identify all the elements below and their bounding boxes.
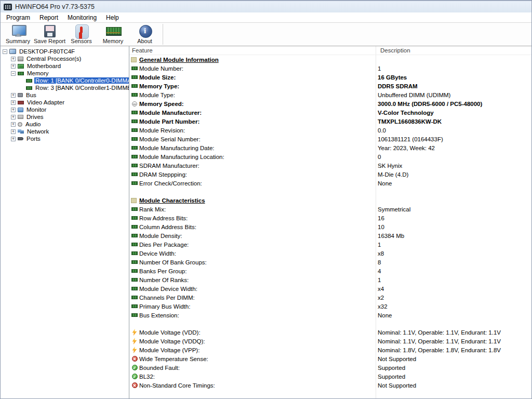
expand-toggle-icon[interactable]: + (11, 137, 16, 141)
summary-monitor-icon (11, 24, 25, 38)
detail-row[interactable]: Module Type:Unbuffered DIMM (UDIMM) (129, 90, 531, 99)
tree-item-motherboard[interactable]: +Motherboard (1, 62, 129, 70)
expand-toggle-icon[interactable]: + (11, 100, 16, 105)
expand-toggle-icon[interactable]: + (11, 93, 16, 98)
save-report-button[interactable]: Save Report (34, 23, 65, 46)
detail-row[interactable]: Module Size:16 GBytes (129, 73, 531, 82)
menu-item-help[interactable]: Help (101, 13, 124, 22)
tree-item-network[interactable]: +Network (1, 128, 129, 135)
ram-icon (131, 137, 138, 141)
detail-row[interactable]: Module Number:1 (129, 64, 531, 73)
tree-item-row-3-bank-0-controller1-dimmb2[interactable]: Row: 3 [BANK 0/Controller1-DIMMB2] (1, 84, 129, 91)
expand-toggle-icon[interactable]: + (11, 64, 16, 69)
memory-button[interactable]: Memory (97, 23, 129, 46)
sensors-button[interactable]: Sensors (65, 23, 97, 46)
detail-row[interactable]: Module Voltage (VDDQ):Nominal: 1.1V, Ope… (129, 337, 531, 345)
detail-row[interactable]: Module Device Width:x4 (129, 284, 531, 293)
tree-item-drives[interactable]: +Drives (1, 113, 129, 121)
expand-toggle-icon[interactable]: + (11, 129, 16, 134)
details-panel: Feature Description General Module Infor… (129, 46, 531, 398)
detail-row[interactable]: Wide Temperature Sense:Not Supported (129, 354, 531, 363)
bus-icon (18, 93, 23, 97)
detail-row[interactable]: Bus Extension:None (129, 311, 531, 320)
detail-row[interactable]: Module Manufacturing Date:Year: 2023, We… (129, 143, 531, 152)
detail-row[interactable]: Module Voltage (VPP):Nominal: 1.8V, Oper… (129, 345, 531, 354)
detail-row[interactable]: SDRAM Manufacturer:SK Hynix (129, 161, 531, 170)
ram-icon (131, 128, 138, 132)
expand-toggle-icon[interactable]: + (11, 57, 16, 61)
detail-row[interactable]: Module Serial Number:1061381121 (0164433… (129, 135, 531, 143)
tree-item-ports[interactable]: +Ports (1, 135, 129, 142)
description-value: None (378, 180, 392, 187)
tree-item-bus[interactable]: +Bus (1, 91, 129, 99)
detail-row[interactable]: Module Manufacturing Location:0 (129, 152, 531, 161)
tree-item-label: Row: 1 [BANK 0/Controller0-DIMMA2] (34, 77, 129, 84)
sensors-thermometer-icon (74, 24, 89, 38)
ram-icon (131, 234, 138, 237)
detail-row[interactable]: Module Voltage (VDD):Nominal: 1.1V, Oper… (129, 328, 531, 337)
detail-icon-cell (131, 251, 138, 255)
detail-row[interactable]: Module Part Number:TMXPL1660836KW-DK (129, 117, 531, 126)
detail-row[interactable]: Channels Per DIMM:x2 (129, 293, 531, 302)
tree-item-row-1-bank-0-controller0-dimma2[interactable]: Row: 1 [BANK 0/Controller0-DIMMA2] (1, 77, 129, 84)
detail-row[interactable]: Banks Per Group:4 (129, 267, 531, 275)
collapse-toggle-icon[interactable]: − (3, 49, 7, 54)
memory-dimm-icon (106, 24, 121, 38)
expand-toggle-icon[interactable]: + (11, 122, 16, 127)
detail-row[interactable]: BL32:Supported (129, 372, 531, 381)
title-bar[interactable]: HWiNFO64 Pro v7.73-5375 (1, 1, 531, 12)
tree-item-video-adapter[interactable]: +Video Adapter (1, 99, 129, 106)
detail-row[interactable]: Memory Speed:3000.0 MHz (DDR5-6000 / PC5… (129, 99, 531, 108)
ram-icon (131, 313, 138, 317)
feature-label: Module Voltage (VDDQ): (138, 338, 205, 344)
detail-row[interactable]: Column Address Bits:10 (129, 222, 531, 231)
tree-item-central-processor-s[interactable]: +Central Processor(s) (1, 55, 129, 62)
detail-row[interactable]: Device Width:x8 (129, 249, 531, 258)
toolbar-button-label: Memory (103, 38, 124, 44)
detail-row[interactable]: Number Of Bank Groups:8 (129, 258, 531, 267)
motherboard-icon (18, 64, 24, 69)
column-header-description[interactable]: Description (378, 47, 410, 54)
tree-item-audio[interactable]: +Audio (1, 121, 129, 128)
about-button[interactable]: About (129, 23, 161, 46)
expand-toggle-icon[interactable]: + (11, 108, 16, 112)
bolt-icon (132, 347, 137, 353)
collapse-toggle-icon[interactable]: − (11, 71, 16, 76)
feature-label: Number Of Ranks: (138, 277, 189, 283)
detail-icon-cell (131, 181, 138, 185)
description-value: Year: 2023, Week: 42 (378, 145, 435, 151)
menu-item-monitoring[interactable]: Monitoring (63, 13, 101, 22)
tree-item-monitor[interactable]: +Monitor (1, 106, 129, 113)
section-header-row[interactable]: Module Characteristics (129, 196, 531, 205)
detail-icon-cell (131, 347, 138, 353)
detail-icon-cell (131, 260, 138, 264)
detail-row[interactable]: Module Revision:0.0 (129, 126, 531, 135)
tree-item-label: Network (26, 128, 50, 135)
menu-item-program[interactable]: Program (2, 13, 35, 22)
expand-toggle-icon[interactable]: + (11, 115, 16, 119)
tree-item-memory[interactable]: −Memory (1, 70, 129, 77)
detail-row[interactable]: Non-Standard Core Timings:Not Supported (129, 381, 531, 390)
detail-icon-cell (131, 296, 138, 299)
detail-row[interactable]: Dies Per Package:1 (129, 240, 531, 249)
column-header-feature[interactable]: Feature (129, 47, 153, 54)
section-header-row[interactable]: General Module Information (129, 55, 531, 64)
summary-button[interactable]: Summary (2, 23, 34, 46)
feature-label: Bus Extension: (138, 312, 179, 318)
tree-item-desktop-f80tc4f[interactable]: −DESKTOP-F80TC4F (1, 48, 129, 55)
menu-item-report[interactable]: Report (35, 13, 63, 22)
detail-row[interactable]: Row Address Bits:16 (129, 214, 531, 222)
detail-row[interactable]: Primary Bus Width:x32 (129, 302, 531, 311)
detail-row[interactable]: Module Density:16384 Mb (129, 231, 531, 240)
detail-row[interactable]: Rank Mix:Symmetrical (129, 205, 531, 214)
detail-row[interactable]: Bounded Fault:Supported (129, 363, 531, 372)
tree-item-label: Drives (25, 114, 45, 120)
detail-row[interactable]: Number Of Ranks:1 (129, 275, 531, 284)
detail-row[interactable]: Error Check/Correction:None (129, 179, 531, 188)
details-list: General Module InformationModule Number:… (129, 55, 531, 390)
detail-row[interactable]: DRAM Steppping:M-Die (4.D) (129, 170, 531, 179)
detail-row[interactable]: Module Manufacturer:V-Color Technology (129, 108, 531, 117)
detail-row[interactable]: Memory Type:DDR5 SDRAM (129, 82, 531, 90)
description-value: Supported (378, 365, 405, 371)
audio-icon (18, 122, 22, 127)
